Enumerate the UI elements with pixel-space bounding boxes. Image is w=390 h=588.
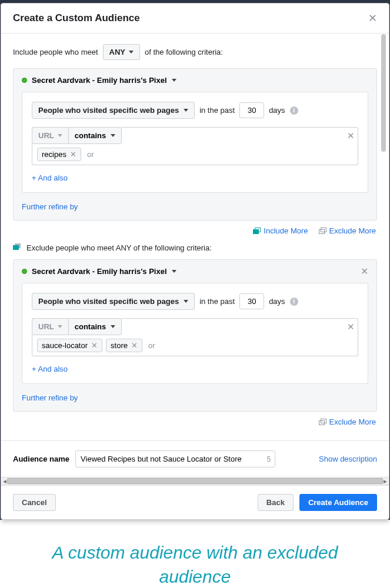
exclude-more-link-2[interactable]: Exclude More bbox=[319, 417, 376, 426]
chevron-down-icon bbox=[58, 325, 62, 328]
exclude-flag-icon bbox=[13, 243, 22, 252]
contains-dropdown[interactable]: contains bbox=[68, 127, 122, 144]
and-also-link[interactable]: + And also bbox=[32, 365, 68, 373]
url-tag: recipes ✕ bbox=[37, 148, 81, 161]
chevron-down-icon[interactable] bbox=[172, 79, 176, 82]
past-post: days bbox=[269, 297, 285, 306]
include-criteria-row: Include people who meet ANY of the follo… bbox=[13, 44, 377, 60]
contains-dropdown[interactable]: contains bbox=[68, 318, 122, 335]
remove-tag-icon[interactable]: ✕ bbox=[91, 341, 98, 350]
include-text-pre: Include people who meet bbox=[13, 48, 98, 56]
or-placeholder: or bbox=[146, 341, 155, 350]
close-icon[interactable]: ✕ bbox=[368, 12, 377, 25]
chevron-down-icon bbox=[129, 51, 134, 54]
remove-rule-icon[interactable]: ✕ bbox=[347, 322, 355, 332]
exclude-more-link[interactable]: Exclude More bbox=[319, 226, 376, 235]
remove-tag-icon[interactable]: ✕ bbox=[131, 341, 138, 350]
url-tags-input[interactable]: sauce-locator ✕ store ✕ or bbox=[32, 335, 358, 356]
modal-title: Create a Custom Audience bbox=[13, 12, 140, 24]
info-icon[interactable]: i bbox=[290, 298, 298, 306]
and-also-link[interactable]: + And also bbox=[32, 173, 68, 182]
modal-header: Create a Custom Audience ✕ bbox=[1, 4, 389, 34]
exclude-criteria-text: Exclude people who meet ANY of the follo… bbox=[26, 243, 212, 252]
remove-tag-icon[interactable]: ✕ bbox=[70, 150, 76, 159]
audience-name-label: Audience name bbox=[13, 455, 69, 463]
status-dot-icon bbox=[22, 78, 27, 83]
create-audience-button[interactable]: Create Audience bbox=[299, 494, 377, 511]
include-section: Secret Aardvark - Emily harris's Pixel P… bbox=[13, 68, 377, 220]
url-tag: store ✕ bbox=[106, 339, 142, 352]
refine-link[interactable]: Further refine by bbox=[22, 202, 78, 211]
url-field-dropdown[interactable]: URL bbox=[32, 127, 68, 144]
back-button[interactable]: Back bbox=[258, 494, 294, 511]
rule-dropdown[interactable]: People who visited specific web pages bbox=[32, 102, 195, 119]
info-icon[interactable]: i bbox=[290, 106, 298, 115]
pixel-name: Secret Aardvark - Emily harris's Pixel bbox=[32, 267, 167, 276]
url-tag: sauce-locator ✕ bbox=[37, 339, 102, 352]
include-more-link[interactable]: Include More bbox=[253, 226, 308, 235]
days-input[interactable] bbox=[239, 293, 264, 309]
chevron-down-icon bbox=[111, 134, 115, 137]
rule-dropdown[interactable]: People who visited specific web pages bbox=[32, 293, 195, 310]
past-pre: in the past bbox=[199, 106, 235, 115]
include-more-icon bbox=[253, 228, 261, 234]
exclude-more-icon bbox=[319, 419, 326, 425]
chevron-down-icon bbox=[184, 300, 188, 303]
days-input[interactable] bbox=[239, 102, 264, 118]
remove-section-icon[interactable]: ✕ bbox=[361, 266, 376, 277]
chevron-down-icon bbox=[111, 325, 115, 328]
status-dot-icon bbox=[22, 269, 27, 274]
audience-name-input[interactable] bbox=[75, 450, 275, 467]
chevron-down-icon[interactable] bbox=[172, 270, 176, 273]
chevron-down-icon bbox=[184, 109, 188, 112]
exclude-more-icon bbox=[319, 228, 326, 234]
refine-link[interactable]: Further refine by bbox=[22, 393, 78, 402]
show-description-link[interactable]: Show description bbox=[319, 455, 377, 463]
chevron-down-icon bbox=[58, 134, 62, 137]
pixel-name: Secret Aardvark - Emily harris's Pixel bbox=[32, 76, 167, 85]
char-count: 5 bbox=[266, 455, 271, 463]
past-pre: in the past bbox=[199, 297, 235, 306]
or-placeholder: or bbox=[85, 150, 94, 159]
url-field-dropdown[interactable]: URL bbox=[32, 318, 68, 335]
horizontal-scrollbar[interactable]: ◄ ► bbox=[1, 477, 389, 485]
caption-text: A custom audience with an excluded audie… bbox=[0, 520, 390, 588]
past-post: days bbox=[269, 106, 285, 115]
url-tags-input[interactable]: recipes ✕ or bbox=[32, 144, 358, 165]
cancel-button[interactable]: Cancel bbox=[13, 494, 56, 511]
custom-audience-modal: Create a Custom Audience ✕ Include peopl… bbox=[1, 3, 389, 520]
vertical-scrollbar[interactable] bbox=[381, 34, 386, 466]
remove-rule-icon[interactable]: ✕ bbox=[347, 131, 355, 141]
exclude-section: Secret Aardvark - Emily harris's Pixel ✕… bbox=[13, 259, 377, 412]
any-dropdown[interactable]: ANY bbox=[103, 44, 140, 60]
include-text-post: of the following criteria: bbox=[145, 48, 223, 56]
